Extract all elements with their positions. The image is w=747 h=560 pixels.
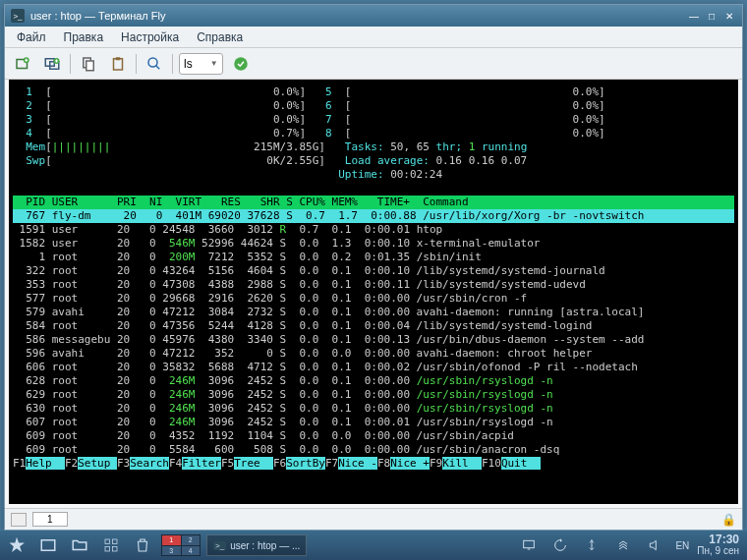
clock-time: 17:30	[697, 534, 739, 545]
svg-rect-13	[113, 539, 118, 544]
separator	[172, 54, 173, 74]
new-tab-button[interactable]	[11, 52, 34, 76]
taskbar: 1 2 3 4 >_ user : htop — ... EN 17:30 Пн…	[0, 531, 747, 560]
task-icon: >_	[213, 541, 226, 550]
display-tray-icon[interactable]	[516, 533, 542, 557]
app-icon: >_	[11, 9, 25, 23]
workspace-4[interactable]: 4	[182, 546, 201, 556]
apps-button[interactable]	[98, 533, 124, 557]
svg-rect-14	[105, 547, 110, 552]
search-button[interactable]	[143, 52, 166, 76]
lock-icon[interactable]: 🔒	[721, 513, 736, 527]
separator	[70, 54, 71, 74]
update-tray-icon[interactable]	[547, 533, 573, 557]
svg-rect-7	[114, 58, 123, 69]
menu-help[interactable]: Справка	[189, 28, 251, 46]
toolbar: ls ▼	[5, 48, 742, 80]
terminal-output[interactable]: 1 [ 0.0%] 5 [ 0.0%] 2 [ 0.0%] 6 [ 0.0%] …	[9, 80, 738, 504]
language-indicator[interactable]: EN	[673, 533, 691, 557]
file-manager-button[interactable]	[67, 533, 92, 557]
task-label: user : htop — ...	[230, 540, 300, 551]
taskbar-task[interactable]: >_ user : htop — ...	[206, 534, 307, 556]
clock-date: Пн, 9 сен	[697, 545, 739, 556]
menubar: Файл Правка Настройка Справка	[5, 27, 742, 48]
start-button[interactable]	[4, 533, 29, 557]
network-tray-icon[interactable]	[610, 533, 636, 557]
svg-rect-6	[86, 61, 94, 71]
statusbar: 1 🔒	[5, 508, 742, 530]
workspace-1[interactable]: 1	[162, 535, 181, 545]
titlebar[interactable]: >_ user : htop — Терминал Fly — □ ✕	[5, 5, 742, 27]
usb-tray-icon[interactable]	[579, 533, 604, 557]
workspace-3[interactable]: 3	[162, 546, 181, 556]
close-button[interactable]: ✕	[722, 9, 736, 23]
session-icon[interactable]	[11, 513, 27, 527]
copy-button[interactable]	[77, 52, 100, 76]
workspace-pager[interactable]: 1 2 3 4	[161, 534, 201, 556]
menu-settings[interactable]: Настройка	[113, 28, 187, 46]
svg-rect-8	[116, 57, 121, 60]
run-button[interactable]	[229, 52, 253, 76]
svg-rect-15	[113, 547, 118, 552]
chevron-down-icon: ▼	[210, 59, 218, 68]
separator	[136, 54, 137, 74]
combo-value: ls	[184, 57, 193, 71]
terminal-window: >_ user : htop — Терминал Fly — □ ✕ Файл…	[4, 4, 743, 531]
maximize-button[interactable]: □	[705, 9, 718, 23]
minimize-button[interactable]: —	[687, 9, 701, 23]
menu-edit[interactable]: Правка	[56, 28, 112, 46]
command-combo[interactable]: ls ▼	[179, 53, 223, 75]
terminal-tab[interactable]: 1	[32, 512, 68, 527]
clock[interactable]: 17:30 Пн, 9 сен	[697, 534, 743, 556]
menu-file[interactable]: Файл	[9, 28, 54, 46]
trash-button[interactable]	[130, 533, 155, 557]
workspace-2[interactable]: 2	[182, 535, 201, 545]
paste-button[interactable]	[106, 52, 130, 76]
svg-rect-11	[41, 540, 55, 551]
volume-tray-icon[interactable]	[642, 533, 667, 557]
svg-point-10	[234, 57, 248, 71]
show-desktop-button[interactable]	[35, 533, 61, 557]
new-window-button[interactable]	[40, 52, 64, 76]
svg-rect-16	[524, 540, 535, 547]
svg-rect-12	[105, 539, 110, 544]
window-title: user : htop — Терминал Fly	[30, 10, 687, 22]
